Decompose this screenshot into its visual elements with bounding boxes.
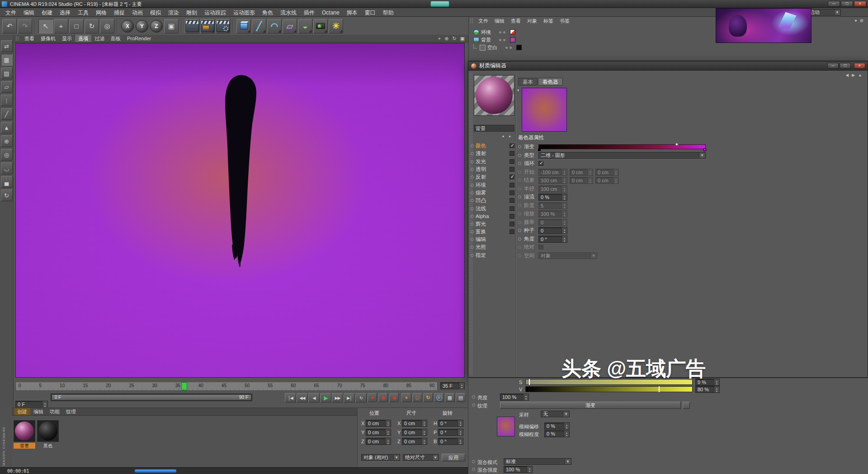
animation-dot-icon[interactable] [471, 168, 474, 171]
spline-arc-icon[interactable]: ◠ [267, 19, 282, 33]
autokey-button[interactable]: ◉ [378, 393, 388, 402]
goto-start-button[interactable]: │◀ [285, 393, 296, 403]
value-slider[interactable] [525, 386, 693, 392]
minimize-button[interactable]: ─ [828, 1, 840, 7]
material-menu-item[interactable]: 纹理 [63, 408, 79, 415]
snap-icon[interactable]: ◡ [1, 162, 13, 174]
menu-item[interactable]: 编辑 [20, 9, 38, 17]
slider-cursor[interactable] [659, 386, 660, 392]
object-manager-menu-item[interactable]: 书签 [557, 17, 573, 24]
texture-thumbnail[interactable] [497, 417, 515, 436]
size-mode-dropdown[interactable]: 绝对尺寸 [403, 454, 439, 461]
size-z-field[interactable]: 0 cm [402, 438, 427, 445]
last-tool[interactable]: ◎ [100, 19, 114, 33]
render-settings-button[interactable] [216, 19, 230, 33]
channel-checkbox[interactable] [509, 222, 514, 227]
channel-row[interactable]: Alpha [471, 213, 514, 220]
animation-dot-icon[interactable] [471, 246, 474, 249]
undo-icon[interactable]: ↶ [2, 19, 17, 33]
channel-row[interactable]: 置换 [471, 228, 514, 236]
animation-dot-icon[interactable] [471, 160, 474, 163]
scale-field[interactable]: 100 % [538, 210, 567, 218]
add-light-button[interactable]: ☀ [329, 19, 343, 33]
preview-range-slider[interactable]: 0 F 90 F [51, 393, 252, 401]
seed-field[interactable]: 0 [538, 227, 567, 234]
animation-dot-icon[interactable] [471, 191, 474, 194]
material-menu-item[interactable]: 编辑 [30, 408, 47, 415]
menu-item[interactable]: 流水线 [277, 9, 300, 17]
animation-dot-icon[interactable] [471, 175, 474, 179]
coordinate-system-toggle[interactable]: ▣ [164, 19, 179, 33]
value-field[interactable]: 80 % [695, 386, 720, 393]
quantize-icon[interactable]: ↻ [1, 190, 13, 201]
animation-dot-icon[interactable] [518, 229, 521, 232]
object-row[interactable]: 环境 [473, 28, 515, 36]
menu-item[interactable]: 网格 [92, 9, 110, 17]
pos-y-field[interactable]: 0 cm [366, 429, 391, 436]
channel-row[interactable]: 法线 [471, 204, 514, 212]
gradient-bar[interactable] [538, 144, 706, 149]
pen-tool-icon[interactable]: ╱ [252, 19, 266, 33]
animation-dot-icon[interactable] [518, 221, 521, 224]
menu-item[interactable]: Octane [318, 9, 343, 17]
render-picture-viewer-button[interactable] [200, 19, 215, 33]
workplane-mode-icon[interactable]: ▱ [1, 81, 13, 93]
rot-p-field[interactable]: 0 ° [438, 429, 463, 436]
viewport-menu-item[interactable]: ProRender [124, 35, 154, 42]
prev-frame-button[interactable]: ◀ [308, 393, 320, 403]
menu-item[interactable]: 雕刻 [183, 9, 201, 17]
menu-item[interactable]: 渲染 [165, 9, 183, 17]
current-frame-marker[interactable] [181, 382, 187, 390]
mode-row[interactable]: 编辑 [471, 236, 514, 243]
edges-mode-icon[interactable]: ╱ [1, 108, 13, 120]
menu-item[interactable]: 角色 [259, 9, 277, 17]
channel-row[interactable]: 反射 [471, 173, 514, 181]
channel-row[interactable]: 辉光 [471, 220, 514, 228]
channel-checkbox[interactable] [509, 190, 514, 195]
object-manager-menu-item[interactable]: 标签 [540, 17, 557, 24]
record-pla-toggle[interactable]: ▦ [445, 393, 455, 402]
add-camera-button[interactable] [313, 19, 328, 33]
size-x-field[interactable]: 0 cm [402, 420, 427, 427]
shader-tab[interactable]: 基本 [518, 78, 538, 85]
next-frame-button[interactable]: ▶▶ [332, 393, 343, 403]
goto-end-button[interactable]: ▶│ [344, 393, 355, 403]
start-y-field[interactable]: 0 cm [570, 169, 593, 176]
preview-next-icon[interactable]: ▸ [509, 134, 511, 138]
me-minimize-button[interactable]: ─ [827, 63, 839, 69]
start-z-field[interactable]: 0 cm [595, 169, 619, 176]
object-manager-menu-item[interactable]: 编辑 [491, 17, 508, 24]
end-z-field[interactable]: 0 cm [595, 177, 619, 184]
prev-key-button[interactable]: ◀◀ [297, 393, 308, 403]
turbulence-field[interactable]: 0 % [538, 194, 567, 201]
keyframe-presets-button[interactable]: ▤ [456, 393, 466, 402]
layer-dot[interactable] [509, 47, 512, 49]
channel-row[interactable]: 环境 [471, 181, 514, 189]
animation-dot-icon[interactable] [472, 468, 475, 471]
redo-icon[interactable]: ↷ [18, 19, 32, 33]
channel-checkbox[interactable] [509, 175, 514, 180]
zoom-view-icon[interactable]: ⊕ [444, 36, 448, 42]
shader-preview[interactable] [522, 88, 567, 132]
animation-dot-icon[interactable] [518, 254, 521, 257]
animation-dot-icon[interactable] [518, 246, 521, 249]
menu-item[interactable]: 帮助 [379, 9, 397, 17]
channel-checkbox[interactable] [509, 143, 514, 148]
animation-dot-icon[interactable] [471, 238, 474, 241]
animation-dot-icon[interactable] [518, 187, 521, 190]
animation-dot-icon[interactable] [472, 395, 475, 398]
channel-row[interactable]: 透明 [471, 166, 514, 173]
move-tool[interactable]: + [54, 19, 68, 33]
brightness-field[interactable]: 100 % [500, 393, 529, 401]
type-dropdown[interactable]: 二维 - 圆形 [538, 152, 706, 159]
animation-dot-icon[interactable] [471, 199, 474, 202]
frequency-field[interactable]: 0 [538, 219, 567, 226]
points-mode-icon[interactable]: ⋮ [1, 95, 13, 106]
material-editor-titlebar[interactable]: 材质编辑器 [468, 62, 868, 71]
absolute-checkbox[interactable] [538, 245, 543, 250]
channel-checkbox[interactable] [509, 198, 514, 203]
keyframe-selection-button[interactable]: ◆ [389, 393, 399, 402]
radius-field[interactable]: 100 cm [538, 185, 567, 193]
texture-mode-icon[interactable]: ▨ [1, 67, 13, 79]
mode-row[interactable]: 光照 [471, 243, 514, 251]
